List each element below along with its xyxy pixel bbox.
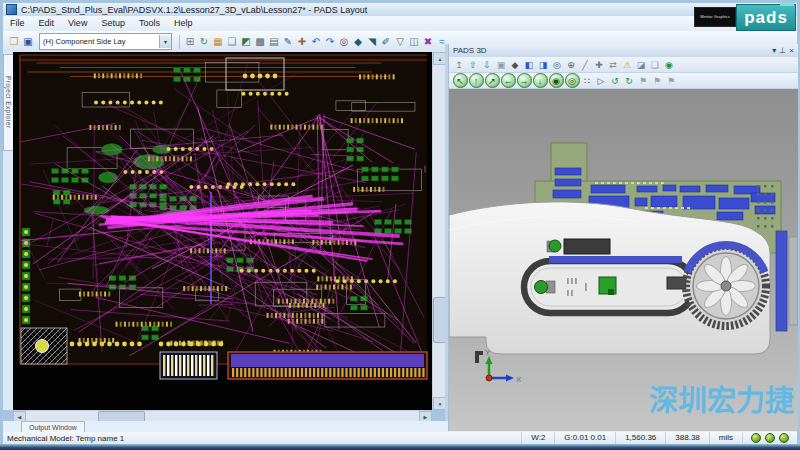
world-view-icon[interactable]: ◉ bbox=[663, 58, 676, 71]
menu-view[interactable]: View bbox=[61, 16, 94, 31]
menu-tools[interactable]: Tools bbox=[132, 16, 167, 31]
send-to-back-icon[interactable]: ↥ bbox=[453, 58, 466, 71]
view-orient-back-icon[interactable]: ◎ bbox=[565, 73, 580, 88]
mentor-graphics-logo: Mentor Graphics bbox=[694, 7, 736, 27]
pointer-icon[interactable]: ▷ bbox=[595, 74, 608, 87]
rotate-cw-icon[interactable]: ↻ bbox=[623, 74, 636, 87]
paint-icon[interactable]: ✐ bbox=[380, 34, 393, 49]
menu-file[interactable]: File bbox=[3, 16, 32, 31]
component-3d bbox=[547, 239, 610, 254]
draw-line-icon[interactable]: ✎ bbox=[282, 34, 295, 49]
status-lights bbox=[742, 433, 797, 443]
app-icon bbox=[6, 4, 17, 15]
sheet-icon[interactable]: ❏ bbox=[226, 34, 239, 49]
display-colors-icon[interactable]: ▦ bbox=[212, 34, 225, 49]
flag-c-icon[interactable]: ⚑ bbox=[665, 74, 678, 87]
panel-close-icon[interactable]: × bbox=[789, 44, 794, 57]
status-model: Mechanical Model: Temp name 1 bbox=[3, 434, 124, 443]
view-orient-front-icon[interactable]: ◉ bbox=[549, 73, 564, 88]
snapshot-icon[interactable]: ▣ bbox=[495, 58, 508, 71]
view-orient-nw-icon[interactable]: ↖ bbox=[453, 73, 468, 88]
menu-bar: File Edit View Setup Tools Help bbox=[3, 16, 797, 32]
status-light-3[interactable] bbox=[779, 433, 789, 443]
filter-nets-icon[interactable]: ◥ bbox=[366, 34, 379, 49]
export-model-a-icon[interactable]: ◧ bbox=[523, 58, 536, 71]
menu-edit[interactable]: Edit bbox=[32, 16, 62, 31]
pads-3d-title: PADS 3D bbox=[453, 46, 487, 55]
vertical-scrollbar[interactable]: ▲ ▼ bbox=[432, 52, 446, 410]
left-dock-strip: Project Explorer bbox=[3, 52, 13, 410]
open-file-icon[interactable]: ❐ bbox=[8, 34, 21, 49]
zoom-icon[interactable]: ◎ bbox=[338, 34, 351, 49]
align-icon[interactable]: ⇄ bbox=[607, 58, 620, 71]
view-orient-ne-icon[interactable]: ↗ bbox=[485, 73, 500, 88]
view-orient-left-icon[interactable]: ← bbox=[501, 73, 516, 88]
redo-icon[interactable]: ↷ bbox=[324, 34, 337, 49]
view-orient-bottom-icon[interactable]: ↓ bbox=[533, 73, 548, 88]
status-bar: Mechanical Model: Temp name 1 W:2 G:0.01… bbox=[3, 432, 797, 444]
layer-selector[interactable]: (H) Component Side Lay ▾ bbox=[39, 33, 172, 50]
flag-a-icon[interactable]: ⚑ bbox=[637, 74, 650, 87]
edit-plane-icon[interactable]: ◪ bbox=[635, 58, 648, 71]
bracket-tab-3d bbox=[789, 237, 798, 325]
menu-help[interactable]: Help bbox=[167, 16, 200, 31]
pads-3d-toolbar: ↥⇧⇩▣◆◧◨◎⊕╱✚⇄⚠◪❏◉ bbox=[449, 57, 798, 73]
board-3d-icon[interactable]: ◆ bbox=[509, 58, 522, 71]
refresh-view-icon[interactable]: ↻ bbox=[198, 34, 211, 49]
pcb-2d-viewport[interactable] bbox=[13, 52, 432, 410]
chevron-down-icon[interactable]: ▾ bbox=[159, 35, 171, 48]
push-to-2d-icon[interactable]: ⇧ bbox=[467, 58, 480, 71]
filter-gates-icon[interactable]: ◆ bbox=[352, 34, 365, 49]
pads-logo: Mentor Graphics pads bbox=[694, 2, 796, 30]
link-sheet-icon[interactable]: ◫ bbox=[408, 34, 421, 49]
save-icon[interactable]: ▣ bbox=[22, 34, 35, 49]
pads-3d-view-toolbar: ↖↑↗←→↓◉◎∷▷↺↻⚑⚑⚑ bbox=[449, 73, 798, 89]
zoom-window-icon[interactable]: ◎ bbox=[551, 58, 564, 71]
status-x-coordinate: 1,560.36 bbox=[615, 432, 665, 444]
delete-net-icon[interactable]: ✖ bbox=[422, 34, 435, 49]
move-icon[interactable]: ✚ bbox=[296, 34, 309, 49]
rotate-ccw-icon[interactable]: ↺ bbox=[609, 74, 622, 87]
pull-from-2d-icon[interactable]: ⇩ bbox=[481, 58, 494, 71]
axis-x-label: X bbox=[516, 375, 522, 384]
layer-selector-value: (H) Component Side Lay bbox=[43, 37, 159, 46]
app-window: C:\PADS_Stnd_Plus_Eval\PADSVX.1.2\Lesson… bbox=[0, 0, 800, 450]
window-bottom-edge bbox=[0, 444, 800, 450]
select-mode-icon[interactable]: ∷ bbox=[581, 74, 594, 87]
copy-view-icon[interactable]: ❏ bbox=[649, 58, 662, 71]
board-view-icon[interactable]: ◩ bbox=[240, 34, 253, 49]
pcb-3d-scene[interactable]: Y X 深圳宏力捷 bbox=[449, 89, 798, 431]
zoom-fit-icon[interactable]: ⊕ bbox=[565, 58, 578, 71]
status-light-1[interactable] bbox=[751, 433, 761, 443]
pads-3d-panel: PADS 3D ▾ ⊥ × ↥⇧⇩▣◆◧◨◎⊕╱✚⇄⚠◪❏◉ ↖↑↗←→↓◉◎∷… bbox=[448, 44, 798, 431]
board-edge-3d bbox=[776, 231, 787, 331]
status-grid: G:0.01 0.01 bbox=[554, 432, 615, 444]
export-model-b-icon[interactable]: ◨ bbox=[537, 58, 550, 71]
new-window-icon[interactable]: ⊞ bbox=[184, 34, 197, 49]
view-orient-right-icon[interactable]: → bbox=[517, 73, 532, 88]
funnel-filter-icon[interactable]: ▽ bbox=[394, 34, 407, 49]
pcb-3d-viewport[interactable]: Y X 深圳宏力捷 bbox=[449, 89, 798, 431]
menu-setup[interactable]: Setup bbox=[94, 16, 132, 31]
status-light-2[interactable] bbox=[765, 433, 775, 443]
undo-icon[interactable]: ↶ bbox=[310, 34, 323, 49]
measure-line-icon[interactable]: ╱ bbox=[579, 58, 592, 71]
toolbar-separator bbox=[179, 35, 180, 49]
flag-b-icon[interactable]: ⚑ bbox=[651, 74, 664, 87]
photo-view-icon[interactable]: ▤ bbox=[268, 34, 281, 49]
drc-warning-icon[interactable]: ⚠ bbox=[621, 58, 634, 71]
pcb-2d-canvas[interactable] bbox=[13, 52, 432, 410]
measure-point-icon[interactable]: ✚ bbox=[593, 58, 606, 71]
title-bar: C:\PADS_Stnd_Plus_Eval\PADSVX.1.2\Lesson… bbox=[3, 3, 797, 16]
grid-icon[interactable]: ▩ bbox=[254, 34, 267, 49]
status-units: mils bbox=[709, 432, 742, 444]
axis-y-label: Y bbox=[485, 348, 491, 357]
panel-pin-icon[interactable]: ⊥ bbox=[779, 44, 786, 57]
panel-collapse-icon[interactable]: ▾ bbox=[772, 44, 776, 57]
watermark: 深圳宏力捷 bbox=[649, 384, 794, 417]
view-orient-top-icon[interactable]: ↑ bbox=[469, 73, 484, 88]
pads-3d-header[interactable]: PADS 3D ▾ ⊥ × bbox=[449, 44, 798, 57]
pads-logo-text: pads bbox=[736, 4, 796, 31]
pads-logo-tab bbox=[780, 2, 794, 6]
status-line-width: W:2 bbox=[521, 432, 554, 444]
